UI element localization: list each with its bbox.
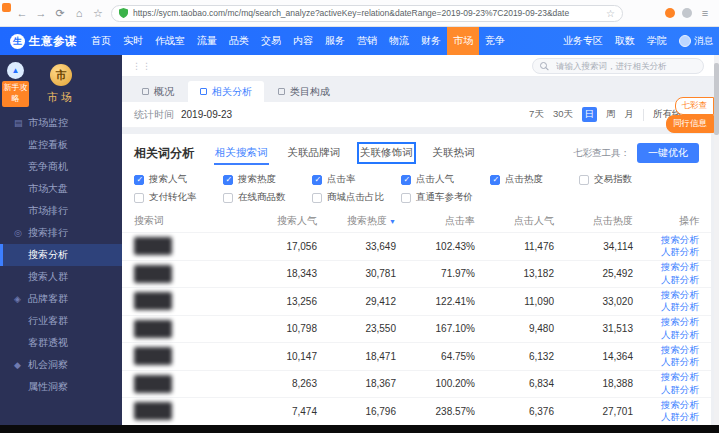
profile-icon[interactable] (682, 8, 692, 18)
subtab[interactable]: 关联热词 (432, 144, 476, 162)
nav-item[interactable]: 交易 (255, 27, 287, 55)
subtab[interactable]: 相关搜索词 (214, 144, 269, 162)
keyword-search-box[interactable] (532, 58, 704, 74)
qicaicha-floating-button[interactable]: 七彩查 (675, 97, 715, 115)
metric-filter-row-1: 搜索人气 搜索热度 点击率 点击人气 点击热度 交易指数 (122, 170, 711, 188)
related-words-table: 搜索词 搜索人气 搜索热度▼ 点击率 点击人气 点击热度 操作 17,056 3… (122, 209, 711, 425)
search-analysis-link[interactable]: 搜索分析 (633, 234, 699, 246)
avatar (679, 35, 691, 47)
nav-item[interactable]: 实时 (117, 27, 149, 55)
back-icon[interactable]: ← (16, 8, 28, 19)
nav-item[interactable]: 财务 (415, 27, 447, 55)
sidebar-item[interactable]: 市场排行 (0, 200, 122, 222)
search-analysis-link[interactable]: 搜索分析 (633, 316, 699, 328)
sidebar-item[interactable]: ◈ 品牌客群 (0, 288, 122, 310)
sidebar-item[interactable]: 搜索分析 (0, 244, 122, 266)
home-icon[interactable]: ⌂ (73, 8, 85, 19)
nav-item[interactable]: 业务专区 (557, 27, 609, 55)
url-text[interactable]: https://sycm.taobao.com/mc/mq/search_ana… (133, 8, 601, 18)
metric-checkbox[interactable]: 直通车参考价 (401, 191, 490, 204)
crowd-analysis-link[interactable]: 人群分析 (633, 329, 699, 341)
range-button[interactable]: 日 (582, 107, 597, 122)
col-header-search-word[interactable]: 搜索词 (134, 214, 238, 228)
metric-checkbox[interactable]: 交易指数 (579, 173, 668, 186)
search-analysis-link[interactable]: 搜索分析 (633, 371, 699, 383)
metric-checkbox[interactable]: 搜索人气 (134, 173, 223, 186)
crowd-analysis-link[interactable]: 人群分析 (633, 246, 699, 258)
page-scrollbar[interactable] (714, 55, 719, 425)
metric-checkbox[interactable]: 点击率 (312, 173, 401, 186)
nav-item[interactable]: 内容 (287, 27, 319, 55)
metric-checkbox[interactable]: 在线商品数 (223, 191, 312, 204)
nav-item[interactable]: 服务 (319, 27, 351, 55)
metric-checkbox-label: 点击热度 (505, 173, 543, 186)
search-analysis-link[interactable]: 搜索分析 (633, 261, 699, 273)
range-button[interactable]: 月 (624, 108, 634, 121)
subtab[interactable]: 关联品牌词 (287, 144, 342, 162)
nav-item[interactable]: 作战室 (149, 27, 191, 55)
nav-item[interactable]: 流量 (191, 27, 223, 55)
crowd-analysis-link[interactable]: 人群分析 (633, 384, 699, 396)
sidebar-item[interactable]: 监控看板 (0, 134, 122, 156)
range-button[interactable]: 7天 (529, 108, 544, 121)
metric-checkbox[interactable]: 点击人气 (401, 173, 490, 186)
page-tab[interactable]: 类目构成 (266, 81, 342, 102)
sidebar-item[interactable]: 竞争商机 (0, 156, 122, 178)
search-analysis-link[interactable]: 搜索分析 (633, 399, 699, 411)
sidebar-item[interactable]: ▤ 市场监控 (0, 112, 122, 134)
sidebar-item[interactable]: ◆ 机会洞察 (0, 354, 122, 376)
col-header-click-rate[interactable]: 点击率 (396, 214, 475, 228)
nav-item[interactable]: 首页 (85, 27, 117, 55)
nav-item[interactable]: 竞争 (479, 27, 511, 55)
subtab[interactable]: 关联修饰词 (359, 144, 414, 162)
date-picker[interactable]: 2019-09-23 (181, 109, 232, 120)
sidebar-item[interactable]: 客群透视 (0, 332, 122, 354)
search-input[interactable] (554, 60, 696, 72)
brand[interactable]: 生 生意参谋 (10, 34, 77, 49)
favorite-star-icon[interactable]: ☆ (606, 8, 615, 19)
notification-badge-icon[interactable] (665, 8, 675, 18)
sidebar-item[interactable]: ◎ 搜索排行 (0, 222, 122, 244)
col-header-search-heat[interactable]: 搜索热度▼ (317, 214, 396, 228)
page-tab[interactable]: 概况 (130, 81, 186, 102)
bookmark-icon[interactable]: ☆ (92, 8, 104, 19)
crowd-analysis-link[interactable]: 人群分析 (633, 411, 699, 423)
nav-item[interactable]: 营销 (351, 27, 383, 55)
col-header-search-popularity[interactable]: 搜索人气 (238, 214, 317, 228)
sidebar-item[interactable]: 搜索人群 (0, 266, 122, 288)
sidebar-item[interactable]: 行业客群 (0, 310, 122, 332)
newbie-guide-badge[interactable]: 新手攻略 (2, 81, 29, 107)
one-key-optimize-button[interactable]: 一键优化 (637, 143, 699, 163)
range-button[interactable]: 30天 (553, 108, 573, 121)
menu-icon[interactable]: ≡ (699, 8, 711, 19)
nav-item[interactable]: 物流 (383, 27, 415, 55)
search-analysis-link[interactable]: 搜索分析 (633, 289, 699, 301)
sidebar-item[interactable]: 市场大盘 (0, 178, 122, 200)
search-analysis-link[interactable]: 搜索分析 (633, 344, 699, 356)
range-button[interactable]: 周 (606, 108, 616, 121)
crowd-analysis-link[interactable]: 人群分析 (633, 301, 699, 313)
drag-handle-icon[interactable]: ⋮⋮ (132, 61, 152, 71)
nav-item[interactable]: 取数 (609, 27, 641, 55)
nav-item[interactable]: 学院 (641, 27, 673, 55)
page-tab[interactable]: 相关分析 (188, 81, 264, 102)
nav-item[interactable]: 品类 (223, 27, 255, 55)
metric-checkbox[interactable]: 支付转化率 (134, 191, 223, 204)
sort-desc-icon[interactable]: ▼ (389, 218, 396, 225)
sidebar-item[interactable]: 属性洞察 (0, 376, 122, 398)
forward-icon[interactable]: → (35, 8, 47, 19)
peer-info-floating-button[interactable]: 同行信息 (666, 115, 714, 133)
refresh-icon[interactable]: ⟳ (54, 8, 66, 19)
metric-checkbox[interactable]: 搜索热度 (223, 173, 312, 186)
address-bar[interactable]: https://sycm.taobao.com/mc/mq/search_ana… (111, 5, 623, 22)
top-navbar: 生 生意参谋 首页实时作战室流量品类交易内容服务营销物流财务市场竞争 业务专区取… (0, 27, 719, 55)
user-chip[interactable]: 消息 (679, 35, 713, 48)
crowd-analysis-link[interactable]: 人群分析 (633, 274, 699, 286)
scrollbar-thumb[interactable] (714, 63, 719, 135)
col-header-click-heat[interactable]: 点击热度 (554, 214, 633, 228)
nav-item[interactable]: 市场 (447, 27, 479, 55)
metric-checkbox[interactable]: 点击热度 (490, 173, 579, 186)
metric-checkbox[interactable]: 商城点击占比 (312, 191, 401, 204)
crowd-analysis-link[interactable]: 人群分析 (633, 356, 699, 368)
col-header-click-popularity[interactable]: 点击人气 (475, 214, 554, 228)
